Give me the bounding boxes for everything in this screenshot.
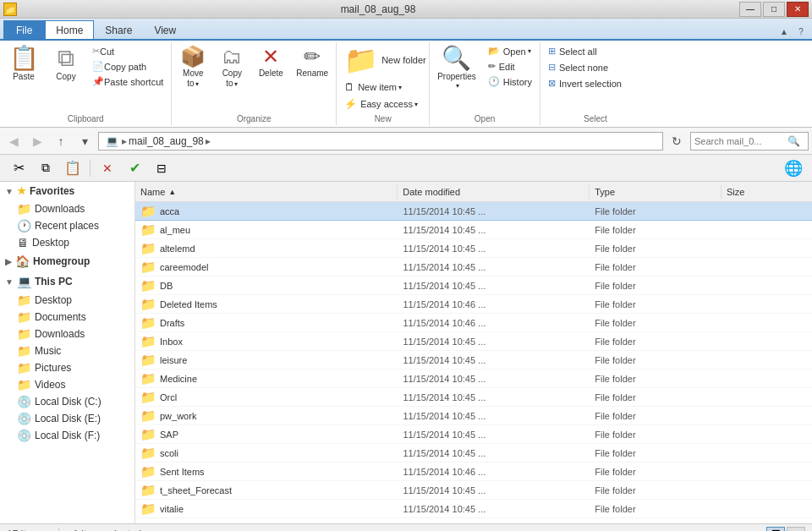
minimize-button[interactable]: — xyxy=(739,2,761,17)
refresh-button[interactable]: ↻ xyxy=(667,131,687,151)
invert-selection-button[interactable]: ⊠ Invert selection xyxy=(544,76,626,90)
paste-shortcut-button[interactable]: 📌 Paste shortcut xyxy=(88,74,167,89)
sidebar-item-local-disk-f[interactable]: 💿 Local Disk (F:) xyxy=(0,427,134,444)
delete-button[interactable]: ✕ Delete xyxy=(253,44,288,81)
view-details-button[interactable]: ☰ xyxy=(766,527,785,532)
table-row[interactable]: 📁 careemodel 11/15/2014 10:45 ... File f… xyxy=(135,258,812,276)
table-row[interactable]: 📁 Orcl 11/15/2014 10:45 ... File folder xyxy=(135,388,812,407)
up-button[interactable]: ↑ xyxy=(51,131,71,151)
select-all-button[interactable]: ⊞ Select all xyxy=(544,44,601,58)
select-none-button[interactable]: ⊟ Select none xyxy=(544,60,612,74)
sidebar-item-recent-places[interactable]: 🕐 Recent places xyxy=(0,217,134,234)
pc-downloads-icon: 📁 xyxy=(17,327,31,341)
local-disk-e-icon: 💿 xyxy=(17,412,31,425)
file-row-date-cell: 11/15/2014 10:45 ... xyxy=(398,335,590,348)
easy-access-button[interactable]: ⚡ Easy access ▾ xyxy=(340,96,422,112)
new-item-label: New item xyxy=(358,82,397,92)
table-row[interactable]: 📁 al_meu 11/15/2014 10:45 ... File folde… xyxy=(135,221,812,239)
folder-icon: 📁 xyxy=(140,315,156,331)
paste-button[interactable]: 📋 Paste xyxy=(3,44,44,85)
toolbar-cut-button[interactable]: ✂ xyxy=(7,156,30,180)
sidebar-item-local-disk-e[interactable]: 💿 Local Disk (E:) xyxy=(0,410,134,427)
col-header-date[interactable]: Date modified xyxy=(398,185,590,199)
back-button[interactable]: ◀ xyxy=(3,131,24,151)
title-bar-left: 📁 xyxy=(3,3,17,16)
new-item-button[interactable]: 🗒 New item ▾ xyxy=(340,79,406,95)
ribbon-help-button[interactable]: ? xyxy=(793,24,809,39)
table-row[interactable]: 📁 leisure 11/15/2014 10:45 ... File fold… xyxy=(135,351,812,370)
toolbar-delete-button[interactable]: ✕ xyxy=(96,156,119,180)
table-row[interactable]: 📁 SAP 11/15/2014 10:45 ... File folder xyxy=(135,425,812,444)
open-button[interactable]: 📂 Open ▾ xyxy=(484,44,536,58)
sidebar-item-pictures[interactable]: 📁 Pictures xyxy=(0,359,134,376)
pc-desktop-icon: 📁 xyxy=(17,293,31,307)
table-row[interactable]: 📁 pw_work 11/15/2014 10:45 ... File fold… xyxy=(135,407,812,425)
search-box[interactable]: 🔍 xyxy=(690,132,809,151)
toolbar-copy-button[interactable]: ⧉ xyxy=(34,156,58,180)
copy-path-button[interactable]: 📄 Copy path xyxy=(88,59,167,74)
forward-button[interactable]: ▶ xyxy=(27,131,47,151)
sidebar-item-music[interactable]: 📁 Music xyxy=(0,342,134,359)
tab-file[interactable]: File xyxy=(3,20,45,39)
sidebar-item-pc-downloads[interactable]: 📁 Downloads xyxy=(0,326,134,342)
table-row[interactable]: 📁 Inbox 11/15/2014 10:45 ... File folder xyxy=(135,332,812,351)
properties-label: Properties xyxy=(437,72,476,82)
main-area: ▼ ★ Favorites 📁 Downloads 🕐 Recent place… xyxy=(0,182,812,523)
path-part-main[interactable]: mail_08_aug_98 xyxy=(129,135,204,147)
folder-icon: 📁 xyxy=(140,353,156,368)
recent-locations-button[interactable]: ▾ xyxy=(74,131,95,151)
properties-arrow: ▾ xyxy=(456,82,459,90)
sidebar-homegroup-header[interactable]: ▶ 🏠 Homegroup xyxy=(0,251,134,271)
copy-to-button[interactable]: 🗂 Copyto▾ xyxy=(214,44,250,91)
file-row-size-cell xyxy=(721,340,812,343)
table-row[interactable]: 📁 DB 11/15/2014 10:45 ... File folder xyxy=(135,276,812,295)
sidebar-item-pc-desktop[interactable]: 📁 Desktop xyxy=(0,292,134,309)
sidebar-item-documents[interactable]: 📁 Documents xyxy=(0,309,134,326)
cut-button[interactable]: ✂ Cut xyxy=(88,44,167,58)
sidebar-item-local-disk-c[interactable]: 💿 Local Disk (C:) xyxy=(0,393,134,410)
new-folder-button[interactable]: 📁 New folder xyxy=(340,44,391,78)
table-row[interactable]: 📁 Drafts 11/15/2014 10:46 ... File folde… xyxy=(135,314,812,332)
table-row[interactable]: 📁 acca 11/15/2014 10:45 ... File folder xyxy=(135,202,812,221)
file-row-type-cell: File folder xyxy=(590,484,721,497)
toolbar-check-button[interactable]: ✔ xyxy=(123,156,146,180)
edit-button[interactable]: ✏ Edit xyxy=(484,59,536,74)
search-input[interactable] xyxy=(694,136,787,146)
tab-share[interactable]: Share xyxy=(94,20,143,39)
sidebar-favorites-header[interactable]: ▼ ★ Favorites xyxy=(0,182,134,200)
file-row-date-cell: 11/15/2014 10:46 ... xyxy=(398,465,590,479)
col-header-type[interactable]: Type xyxy=(590,185,721,199)
col-header-name[interactable]: Name ▲ xyxy=(135,185,398,199)
table-row[interactable]: 📁 vitalie 11/15/2014 10:45 ... File fold… xyxy=(135,500,812,518)
file-name: Drafts xyxy=(160,318,184,328)
table-row[interactable]: 📁 Deleted Items 11/15/2014 10:46 ... Fil… xyxy=(135,295,812,314)
toolbar-globe-button[interactable]: 🌐 xyxy=(782,156,805,180)
table-row[interactable]: 📁 altelemd 11/15/2014 10:45 ... File fol… xyxy=(135,239,812,258)
history-button[interactable]: 🕐 History xyxy=(484,74,536,89)
sidebar-thispc-header[interactable]: ▼ 💻 This PC xyxy=(0,271,134,292)
copy-button-large[interactable]: ⧉ Copy xyxy=(46,44,86,85)
ribbon-collapse-button[interactable]: ▲ xyxy=(776,24,792,39)
close-button[interactable]: ✕ xyxy=(787,2,809,17)
maximize-button[interactable]: □ xyxy=(763,2,785,17)
table-row[interactable]: 📁 scoli 11/15/2014 10:45 ... File folder xyxy=(135,444,812,463)
properties-button[interactable]: 🔍 Properties ▾ xyxy=(433,44,480,93)
sidebar-item-videos[interactable]: 📁 Videos xyxy=(0,376,134,393)
tab-home[interactable]: Home xyxy=(45,20,94,39)
rename-button[interactable]: ✏ Rename xyxy=(292,44,332,81)
file-row-date-cell: 11/15/2014 10:45 ... xyxy=(398,391,590,404)
address-path[interactable]: 💻 ▸ mail_08_aug_98 ▸ xyxy=(98,132,663,151)
sidebar-item-desktop[interactable]: 🖥 Desktop xyxy=(0,234,134,251)
table-row[interactable]: 📁 t_sheet_Forecast 11/15/2014 10:45 ... … xyxy=(135,481,812,500)
file-row-date-cell: 11/15/2014 10:45 ... xyxy=(398,279,590,293)
col-header-size[interactable]: Size xyxy=(721,185,812,199)
view-large-icons-button[interactable]: ⊞ xyxy=(787,527,805,532)
tab-view[interactable]: View xyxy=(143,20,187,39)
table-row[interactable]: 📁 Medicine 11/15/2014 10:45 ... File fol… xyxy=(135,370,812,388)
toolbar-properties-button[interactable]: ⊟ xyxy=(150,156,173,180)
folder-icon: 📁 xyxy=(140,390,156,405)
sidebar-item-downloads[interactable]: 📁 Downloads xyxy=(0,200,134,217)
table-row[interactable]: 📁 Sent Items 11/15/2014 10:46 ... File f… xyxy=(135,463,812,481)
toolbar-paste-button[interactable]: 📋 xyxy=(61,156,85,180)
move-to-button[interactable]: 📦 Moveto▾ xyxy=(175,44,211,91)
